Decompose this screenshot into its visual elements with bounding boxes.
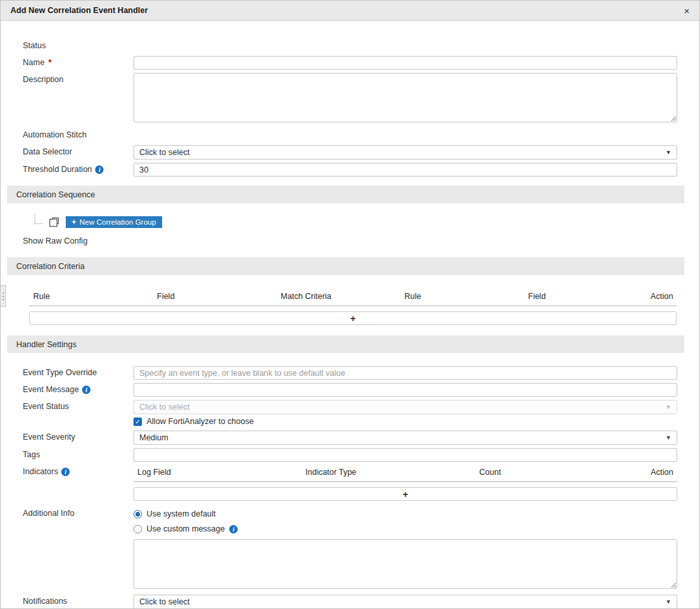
- allow-fortianalyzer-checkline: ✓ Allow FortiAnalyzer to choose: [133, 417, 677, 426]
- column-header: Action: [651, 292, 673, 301]
- allow-fortianalyzer-label: Allow FortiAnalyzer to choose: [147, 417, 254, 426]
- correlation-criteria-header: Correlation Criteria: [7, 257, 684, 275]
- tags-label: Tags: [23, 448, 133, 459]
- column-header: Indicator Type: [305, 468, 479, 477]
- event-status-select[interactable]: Click to select ▼: [133, 400, 677, 414]
- use-custom-message-radio[interactable]: [133, 525, 142, 533]
- event-message-row: Event Message i: [23, 383, 677, 397]
- event-severity-value: Medium: [139, 433, 168, 442]
- dialog-title: Add New Correlation Event Handler: [10, 6, 148, 15]
- notifications-row: Notifications Click to select ▼: [23, 595, 677, 609]
- column-header: Rule: [33, 292, 157, 301]
- info-icon[interactable]: i: [95, 165, 104, 174]
- indicators-table-header: Log Field Indicator Type Count Action: [133, 465, 677, 482]
- event-type-override-label: Event Type Override: [23, 366, 133, 377]
- indicators-row: Indicators i Log Field Indicator Type Co…: [23, 465, 677, 501]
- correlation-sequence-header: Correlation Sequence: [7, 186, 684, 203]
- data-selector-value: Click to select: [139, 148, 189, 157]
- event-severity-label: Event Severity: [23, 431, 133, 442]
- event-status-row: Event Status Click to select ▼ ✓ Allow F…: [23, 400, 677, 427]
- correlation-sequence-tree: + New Correlation Group: [35, 216, 677, 228]
- plus-icon: +: [72, 218, 76, 227]
- threshold-duration-input[interactable]: [133, 163, 677, 177]
- required-asterisk: *: [48, 58, 51, 67]
- automation-stitch-row: Automation Stitch: [23, 128, 677, 142]
- column-header: Match Criteria: [281, 292, 404, 301]
- column-header: Count: [479, 468, 636, 477]
- group-icon[interactable]: [49, 218, 59, 227]
- status-label: Status: [23, 39, 133, 50]
- handler-settings-header: Handler Settings: [7, 335, 684, 353]
- show-raw-config-row: Show Raw Config: [23, 234, 677, 248]
- panel-resize-grip[interactable]: [1, 285, 6, 307]
- additional-info-row: Additional Info Use system default Use c…: [23, 507, 677, 589]
- data-selector-select[interactable]: Click to select ▼: [133, 145, 677, 160]
- name-input[interactable]: [133, 56, 677, 70]
- tree-connector-icon: [35, 214, 42, 224]
- event-status-value: Click to select: [139, 403, 189, 412]
- use-system-default-label: Use system default: [147, 509, 216, 518]
- data-selector-row: Data Selector Click to select ▼: [23, 145, 677, 160]
- name-label: Name*: [23, 56, 133, 67]
- info-icon[interactable]: i: [229, 525, 238, 533]
- use-system-default-radio[interactable]: [133, 510, 142, 518]
- info-icon[interactable]: i: [61, 468, 70, 476]
- status-row: Status: [23, 39, 677, 53]
- description-row: Description: [23, 73, 677, 122]
- tags-row: Tags: [23, 448, 677, 462]
- chevron-down-icon: ▼: [665, 434, 671, 441]
- custom-message-textarea[interactable]: [133, 539, 677, 589]
- criteria-table-header: Rule Field Match Criteria Rule Field Act…: [29, 288, 677, 306]
- threshold-duration-row: Threshold Duration i: [23, 163, 677, 177]
- column-header: Field: [157, 292, 281, 301]
- name-row: Name*: [23, 56, 677, 70]
- event-message-label: Event Message i: [23, 383, 133, 394]
- indicators-label: Indicators i: [23, 465, 133, 476]
- dialog-titlebar: Add New Correlation Event Handler ×: [1, 1, 699, 21]
- event-severity-select[interactable]: Medium ▼: [133, 431, 677, 445]
- close-icon[interactable]: ×: [684, 6, 690, 16]
- use-custom-message-label: Use custom message: [147, 524, 225, 533]
- show-raw-config-label: Show Raw Config: [23, 234, 133, 246]
- event-severity-row: Event Severity Medium ▼: [23, 431, 677, 445]
- notifications-value: Click to select: [139, 597, 189, 606]
- new-correlation-group-button[interactable]: + New Correlation Group: [66, 216, 162, 228]
- criteria-add-row-button[interactable]: +: [29, 311, 677, 325]
- correlation-criteria-table: Rule Field Match Criteria Rule Field Act…: [29, 288, 677, 325]
- dialog-body: Status Name* Description Automation Stit…: [1, 21, 699, 609]
- chevron-down-icon: ▼: [665, 599, 671, 605]
- description-label: Description: [23, 73, 133, 84]
- chevron-down-icon: ▼: [665, 149, 671, 156]
- event-type-override-row: Event Type Override: [23, 366, 677, 380]
- column-header: Field: [528, 292, 651, 301]
- automation-stitch-label: Automation Stitch: [23, 128, 133, 139]
- allow-fortianalyzer-checkbox[interactable]: ✓: [133, 418, 142, 426]
- info-icon[interactable]: i: [82, 386, 91, 394]
- notifications-label: Notifications: [23, 595, 133, 606]
- event-message-input[interactable]: [133, 383, 677, 397]
- column-header: Log Field: [137, 468, 305, 477]
- additional-info-label: Additional Info: [23, 507, 133, 518]
- event-type-override-input[interactable]: [133, 366, 677, 380]
- tags-input[interactable]: [133, 448, 677, 462]
- event-status-label: Event Status: [23, 400, 133, 411]
- column-header: Rule: [404, 292, 528, 301]
- use-custom-message-option: Use custom message i: [133, 524, 677, 533]
- chevron-down-icon: ▼: [665, 404, 671, 410]
- use-system-default-option: Use system default: [133, 509, 677, 518]
- description-textarea[interactable]: [133, 73, 677, 122]
- notifications-select[interactable]: Click to select ▼: [133, 595, 677, 609]
- data-selector-label: Data Selector: [23, 145, 133, 156]
- indicators-add-row-button[interactable]: +: [133, 487, 677, 501]
- threshold-duration-label: Threshold Duration i: [23, 163, 133, 174]
- column-header: Action: [636, 468, 673, 477]
